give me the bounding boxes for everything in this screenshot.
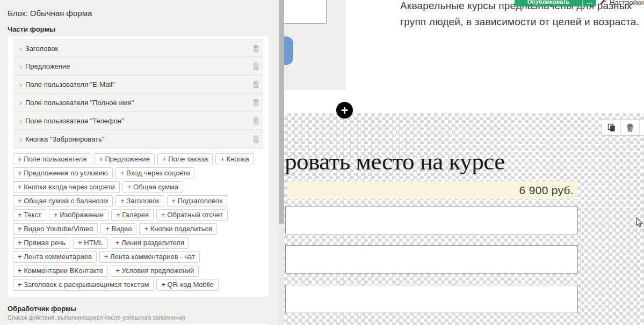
form-part-row[interactable]: › Предложение <box>13 57 263 76</box>
add-element-button[interactable]: + Подзаголовок <box>167 195 227 207</box>
add-element-button[interactable]: + HTML <box>73 237 108 249</box>
trash-icon[interactable] <box>252 117 259 125</box>
trash-icon[interactable] <box>252 80 259 88</box>
publish-button[interactable]: Опубликовать … <box>515 0 596 6</box>
add-block-button[interactable]: + <box>336 102 353 119</box>
add-element-button[interactable]: + Поле заказа <box>157 153 213 165</box>
add-element-button[interactable]: + QR-код Mobile <box>156 279 218 291</box>
add-element-button[interactable]: + Условия предложений <box>111 265 199 277</box>
chevron-down-icon[interactable]: ▼ <box>640 120 644 135</box>
form-handler-heading: Обработчик формы <box>8 305 269 313</box>
add-element-button[interactable]: + Обратный отсчет <box>156 209 228 221</box>
form-parts-card: › Заголовок › Предложение <box>8 36 269 297</box>
form-part-label: Поле пользователя "Телефон" <box>25 117 124 125</box>
block-settings-panel: Блок: Обычная форма Части формы › Заголо… <box>0 0 279 325</box>
form-block-heading[interactable]: ровать место на курсе <box>285 147 505 175</box>
chevron-right-icon: › <box>19 45 22 53</box>
panel-title: Блок: Обычная форма <box>8 9 269 18</box>
duplicate-block-button[interactable] <box>602 120 621 135</box>
add-element-button[interactable]: + Предложение <box>94 153 155 165</box>
add-element-button[interactable]: + Заголовок <box>115 195 164 207</box>
preview-button-partial <box>284 36 293 65</box>
form-field-phone[interactable] <box>285 285 578 313</box>
add-element-button[interactable]: + Общая сумма <box>122 181 183 193</box>
adjacent-block-preview <box>284 0 346 90</box>
form-part-row[interactable]: › Кнопка "Забронировать" <box>13 130 263 149</box>
form-part-label: Кнопка "Забронировать" <box>25 135 104 143</box>
trash-icon[interactable] <box>252 45 259 53</box>
settings-button[interactable]: Настройки <box>600 0 644 6</box>
chevron-right-icon: › <box>19 80 22 88</box>
price-value: 6 900 руб. <box>519 184 574 197</box>
trash-icon[interactable] <box>252 135 259 143</box>
add-element-button[interactable]: + Вход через соцсети <box>115 167 195 179</box>
form-part-row[interactable]: › Поле пользователя "Телефон" <box>13 112 263 130</box>
add-element-button[interactable]: + Изображение <box>49 209 108 221</box>
chevron-right-icon: › <box>19 99 22 107</box>
form-block-canvas[interactable]: ▼ ровать место на курсе 6 900 руб. <box>284 113 644 325</box>
add-element-button[interactable]: + Предложения по условию <box>13 167 113 179</box>
app-root: Блок: Обычная форма Части формы › Заголо… <box>0 0 644 325</box>
delete-block-button[interactable] <box>621 120 640 135</box>
form-handler-subheading: Список действий, выполняющихся после усп… <box>8 314 269 321</box>
add-element-button[interactable]: + Видео <box>100 223 136 235</box>
preview-input-partial <box>284 0 327 24</box>
add-element-button[interactable]: + Кнопка <box>215 153 254 165</box>
add-element-button[interactable]: + Поле пользователя <box>13 153 91 165</box>
form-field-fullname[interactable] <box>285 245 578 274</box>
chevron-right-icon: › <box>19 135 22 143</box>
scrollbar-thumb[interactable] <box>279 0 284 224</box>
publish-label: Опубликовать <box>515 0 582 6</box>
form-part-row[interactable]: › Поле пользователя "E-Mail" <box>13 76 263 94</box>
add-element-button[interactable]: + Лента комментариев - чат <box>99 251 200 263</box>
chevron-right-icon: › <box>19 117 22 125</box>
form-parts-heading: Части формы <box>8 25 269 33</box>
add-element-button[interactable]: + Заголовок с раскрывающимся текстом <box>13 279 154 291</box>
panel-scrollbar[interactable] <box>279 0 284 325</box>
add-element-button[interactable]: + Прямая речь <box>13 237 70 249</box>
block-toolbar: ▼ <box>602 119 644 136</box>
trash-icon[interactable] <box>252 99 259 107</box>
add-element-button[interactable]: + Видео Youtube/Vimeo <box>13 223 98 235</box>
mouse-cursor <box>636 217 643 230</box>
form-part-label: Предложение <box>25 62 70 70</box>
form-parts-list: › Заголовок › Предложение <box>13 39 263 149</box>
form-part-row[interactable]: › Заголовок <box>13 39 263 57</box>
trash-icon[interactable] <box>252 62 259 70</box>
wrench-icon <box>600 0 607 6</box>
add-element-button[interactable]: + Галерея <box>111 209 154 221</box>
page-preview: Акварельные курсы предназначены для разн… <box>284 0 644 325</box>
publish-more-button[interactable]: … <box>582 0 596 6</box>
chevron-right-icon: › <box>19 62 22 70</box>
form-field-email[interactable] <box>285 206 578 234</box>
add-element-button[interactable]: + Кнопки поделиться <box>139 223 216 235</box>
add-element-button[interactable]: + Общая сумма с балансом <box>13 195 113 207</box>
settings-label: Настройки <box>610 0 644 6</box>
price-bar[interactable]: 6 900 руб. <box>287 181 577 199</box>
add-element-button[interactable]: + Текст <box>13 209 46 221</box>
form-part-label: Поле пользователя "Полное имя" <box>25 99 134 107</box>
add-element-button[interactable]: + Кнопки входа через соцсети <box>13 181 120 193</box>
add-element-button[interactable]: + Лента комментариев <box>13 251 97 263</box>
form-part-label: Заголовок <box>25 45 58 53</box>
add-element-button[interactable]: + Линия разделителя <box>111 237 190 249</box>
form-part-label: Поле пользователя "E-Mail" <box>25 80 115 88</box>
form-part-row[interactable]: › Поле пользователя "Полное имя" <box>13 94 263 112</box>
form-parts-add-buttons: + Поле пользователя+ Предложение+ Поле з… <box>13 149 263 292</box>
add-element-button[interactable]: + Комментарии ВКонтакте <box>13 265 108 277</box>
